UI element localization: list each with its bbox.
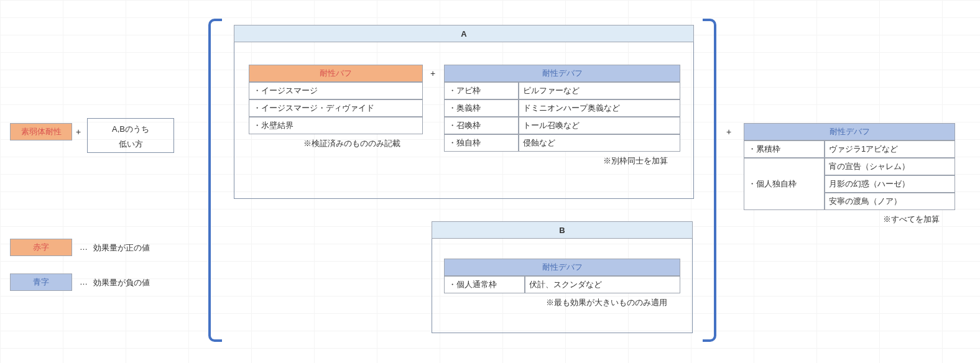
base-resist-cell: 素弱体耐性 xyxy=(10,123,72,140)
plus-a-inner: + xyxy=(430,68,435,78)
b-debuff-l: ・個人通常枠 xyxy=(444,276,525,293)
a-debuff-l-0: ・アビ枠 xyxy=(444,82,519,99)
bracket-left xyxy=(208,19,222,342)
a-debuff-r-3: 侵蝕など xyxy=(519,134,680,152)
b-debuff-header: 耐性デバフ xyxy=(444,259,680,276)
legend-blue-label: 青字 xyxy=(10,273,72,291)
a-debuff-l-3: ・独自枠 xyxy=(444,134,519,152)
a-debuff-r-2: トール召喚など xyxy=(519,117,680,134)
right-l-0: ・累積枠 xyxy=(744,140,825,158)
right-r-3: 安寧の渡鳥（ノア） xyxy=(825,193,955,210)
legend-red-dots: … xyxy=(80,242,88,252)
a-buff-row-2: ・氷壁結界 xyxy=(249,117,423,134)
b-debuff-r: 伏計、スクンダなど xyxy=(525,276,680,293)
right-l-merged: ・個人独自枠 xyxy=(744,158,825,210)
a-buff-note: ※検証済みのもののみ記載 xyxy=(303,138,400,149)
a-debuff-note: ※別枠同士を加算 xyxy=(603,155,668,167)
a-debuff-r-1: ドミニオンハープ奥義など xyxy=(519,99,680,117)
legend-red-desc: 効果量が正の値 xyxy=(93,242,150,254)
b-debuff-note: ※最も効果が大きいもののみ適用 xyxy=(546,297,667,308)
right-header: 耐性デバフ xyxy=(744,123,955,140)
a-debuff-l-2: ・召喚枠 xyxy=(444,117,519,134)
a-debuff-header: 耐性デバフ xyxy=(444,65,680,82)
a-debuff-l-1: ・奥義枠 xyxy=(444,99,519,117)
plus-after-brackets: + xyxy=(726,127,731,137)
right-note: ※すべてを加算 xyxy=(883,214,940,225)
right-r-1: 宵の宣告（シャレム） xyxy=(825,158,955,175)
legend-red-label: 赤字 xyxy=(10,239,72,256)
min-ab-line2: 低い方 xyxy=(87,136,174,153)
a-buff-row-1: ・イージスマージ・ディヴァイド xyxy=(249,99,423,117)
group-a-title: A xyxy=(234,25,694,42)
a-buff-header: 耐性バフ xyxy=(249,65,423,82)
plus-1: + xyxy=(76,127,81,137)
right-r-2: 月影の幻惑（ハーゼ） xyxy=(825,175,955,193)
legend-blue-dots: … xyxy=(80,277,88,287)
a-debuff-r-0: ピルファーなど xyxy=(519,82,680,99)
group-b-title: B xyxy=(432,221,693,239)
a-buff-row-0: ・イージスマージ xyxy=(249,82,423,99)
right-r-0: ヴァジラ1アビなど xyxy=(825,140,955,158)
legend-blue-desc: 効果量が負の値 xyxy=(93,277,150,288)
bracket-right xyxy=(703,19,716,342)
